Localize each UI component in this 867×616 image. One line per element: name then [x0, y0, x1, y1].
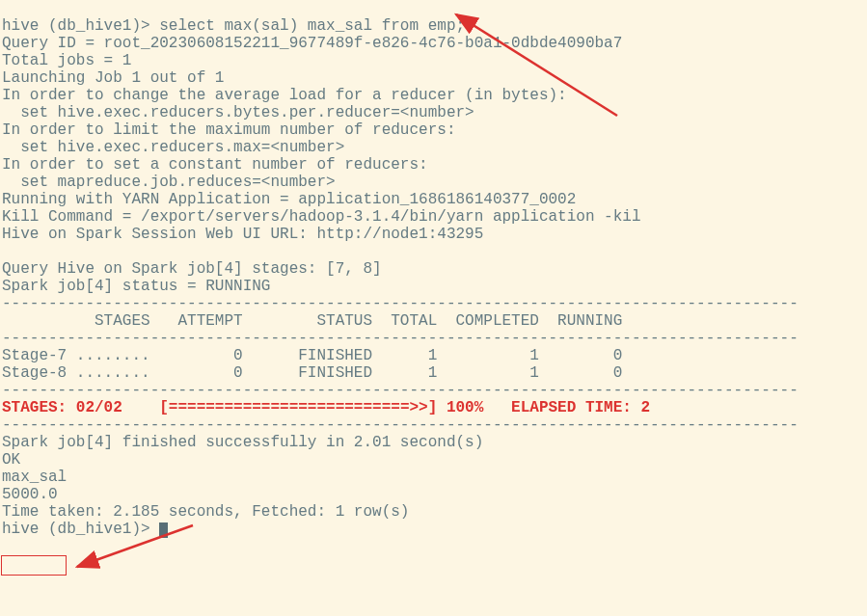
terminal-line: Total jobs = 1 [2, 52, 131, 69]
cursor-icon [159, 522, 168, 538]
terminal-line: set hive.exec.reducers.bytes.per.reducer… [2, 104, 474, 121]
terminal-line: hive (db_hive1)> select max(sal) max_sal… [2, 17, 465, 35]
result-value: 5000.0 [2, 486, 58, 503]
progress-bar: [==========================>>] 100% ELAP… [159, 399, 650, 416]
terminal-line: Spark job[4] status = RUNNING [2, 278, 270, 295]
terminal-line: Query Hive on Spark job[4] stages: [7, 8… [2, 260, 382, 278]
terminal-line: ----------------------------------------… [2, 382, 799, 399]
terminal-line: ----------------------------------------… [2, 330, 799, 347]
result-header: max_sal [2, 469, 67, 486]
table-row: Stage-8 ........ 0 FINISHED 1 1 0 [2, 364, 622, 382]
terminal-line: Time taken: 2.185 seconds, Fetched: 1 ro… [2, 503, 409, 521]
terminal-line: set hive.exec.reducers.max=<number> [2, 139, 344, 156]
terminal-line: Launching Job 1 out of 1 [2, 69, 224, 87]
terminal-line: Running with YARN Application = applicat… [2, 191, 576, 208]
terminal-line: OK [2, 451, 20, 469]
terminal-line: In order to set a constant number of red… [2, 156, 428, 174]
terminal-line: ----------------------------------------… [2, 416, 799, 434]
table-header: STAGES ATTEMPT STATUS TOTAL COMPLETED RU… [2, 312, 641, 330]
terminal-line: ----------------------------------------… [2, 295, 799, 312]
terminal-line: In order to change the average load for … [2, 87, 567, 104]
terminal-line: Kill Command = /export/servers/hadoop-3.… [2, 208, 641, 226]
terminal-line: Hive on Spark Session Web UI URL: http:/… [2, 226, 483, 243]
stages-label: STAGES: 02/02 [2, 399, 159, 416]
terminal-line: Query ID = root_20230608152211_9677489f-… [2, 35, 622, 52]
terminal-output[interactable]: hive (db_hive1)> select max(sal) max_sal… [0, 0, 867, 538]
terminal-line: set mapreduce.job.reduces=<number> [2, 174, 336, 191]
terminal-line: Spark job[4] finished successfully in 2.… [2, 434, 483, 451]
terminal-line: In order to limit the maximum number of … [2, 121, 455, 139]
prompt-line[interactable]: hive (db_hive1)> [2, 521, 168, 538]
table-row: Stage-7 ........ 0 FINISHED 1 1 0 [2, 347, 622, 364]
highlight-box [1, 555, 67, 576]
